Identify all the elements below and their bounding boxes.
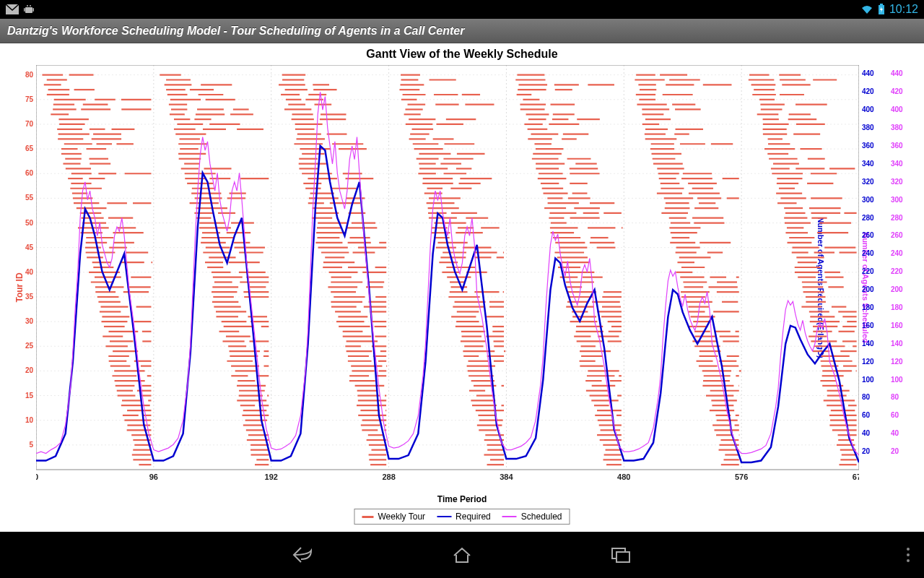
svg-point-3 — [30, 5, 31, 7]
plot[interactable]: 096192288384480576672 — [36, 65, 859, 481]
svg-point-2 — [27, 5, 28, 7]
app-title-bar: Dantzig's Workforce Scheduling Model - T… — [0, 19, 924, 43]
app-title: Dantzig's Workforce Scheduling Model - T… — [7, 25, 464, 38]
svg-rect-1 — [25, 7, 32, 13]
legend-required: Required — [437, 512, 491, 522]
menu-button[interactable] — [907, 548, 910, 562]
legend-weekly-tour: Weekly Tour — [362, 512, 425, 522]
svg-text:672: 672 — [853, 473, 859, 481]
recent-apps-button[interactable] — [606, 544, 635, 566]
svg-rect-905 — [616, 552, 629, 562]
battery-icon — [878, 4, 885, 15]
svg-text:480: 480 — [617, 473, 630, 481]
android-nav-bar — [0, 532, 924, 578]
x-axis-label: Time Period — [437, 494, 487, 504]
svg-rect-7 — [880, 4, 883, 5]
wifi-icon — [860, 4, 873, 14]
chart-area: Gantt View of the Weekly Schedule Tour I… — [0, 43, 924, 532]
svg-text:0: 0 — [36, 473, 38, 481]
svg-rect-4 — [24, 8, 25, 12]
legend: Weekly Tour Required Scheduled — [354, 509, 570, 525]
back-button[interactable] — [289, 544, 318, 566]
clock: 10:12 — [889, 3, 918, 16]
svg-text:384: 384 — [500, 473, 513, 481]
svg-text:576: 576 — [735, 473, 748, 481]
svg-text:96: 96 — [149, 473, 158, 481]
mail-icon — [6, 4, 19, 14]
legend-scheduled: Scheduled — [502, 512, 562, 522]
android-icon — [23, 4, 35, 15]
svg-text:192: 192 — [265, 473, 278, 481]
home-button[interactable] — [448, 544, 476, 566]
y-left-axis-label: Tour ID — [14, 272, 25, 302]
android-status-bar: 10:12 — [0, 0, 924, 19]
chart-title: Gantt View of the Weekly Schedule — [0, 43, 924, 62]
svg-text:288: 288 — [382, 473, 395, 481]
svg-rect-5 — [33, 8, 35, 12]
